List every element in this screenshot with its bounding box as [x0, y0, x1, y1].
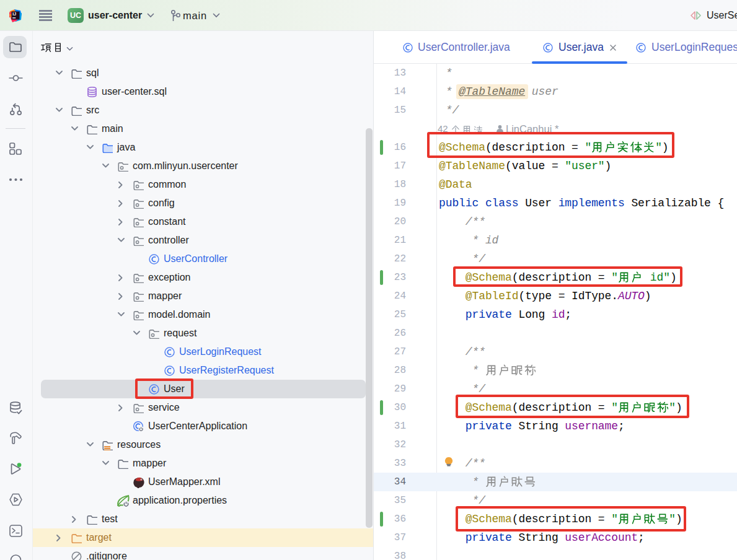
svg-text:IJ: IJ: [12, 12, 16, 16]
